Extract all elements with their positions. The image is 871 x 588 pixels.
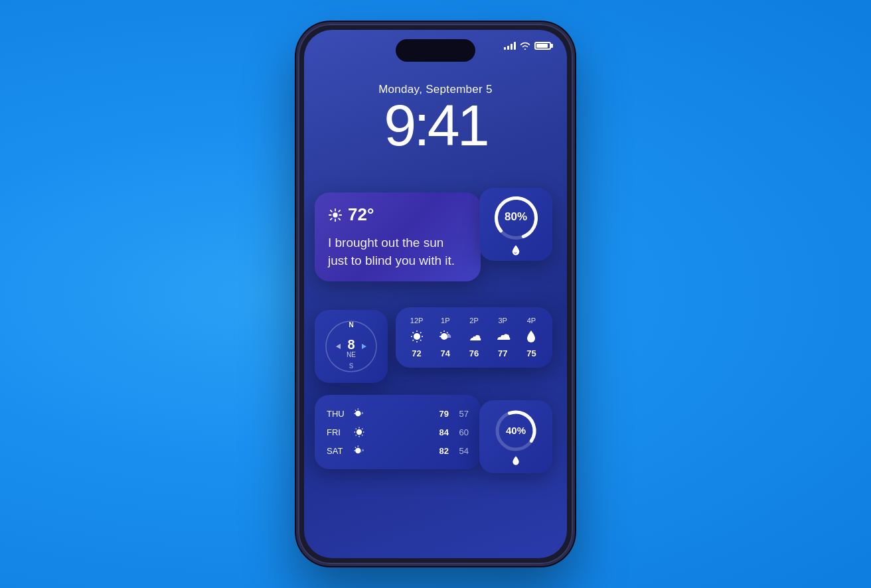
hourly-time-4: 4P <box>527 317 536 325</box>
humidity-drop-icon-small <box>511 455 521 466</box>
weekly-day-sat: SAT <box>327 446 347 456</box>
weekly-icon-sat <box>352 444 366 457</box>
weekly-low-thu: 57 <box>454 409 469 419</box>
phone-screen: Monday, September 5 9:41 72° <box>304 30 567 558</box>
humidity-ring: 80% <box>491 193 541 243</box>
weekly-icon-thu <box>352 407 366 420</box>
weekly-row-sat: SAT 82 54 <box>327 441 469 460</box>
svg-text:NE: NE <box>347 351 356 358</box>
widget-humidity-small[interactable]: 40% <box>479 400 552 473</box>
weekly-day-fri: FRI <box>327 427 347 437</box>
weekly-high-fri: 84 <box>434 427 449 437</box>
svg-line-44 <box>356 435 356 435</box>
hourly-temp-0: 72 <box>412 348 421 358</box>
hourly-time-2: 2P <box>469 317 478 325</box>
wifi-icon <box>520 42 530 50</box>
svg-line-26 <box>412 340 413 340</box>
phone-container: Monday, September 5 9:41 72° <box>296 22 575 566</box>
sun-icon <box>328 208 343 222</box>
svg-line-7 <box>339 210 340 211</box>
svg-point-0 <box>333 212 337 217</box>
weekly-row-thu: THU 79 57 <box>327 404 469 423</box>
svg-line-25 <box>420 332 421 333</box>
svg-line-48 <box>355 447 356 448</box>
humidity-percent-text: 80% <box>505 210 527 224</box>
hourly-icon-4 <box>523 329 539 344</box>
hourly-temp-4: 75 <box>526 348 536 358</box>
hourly-item-1: 1P 74 <box>432 317 458 358</box>
weekly-high-sat: 82 <box>434 446 449 456</box>
svg-line-30 <box>440 332 441 333</box>
widget-weekly[interactable]: THU 79 57 FRI <box>315 395 481 469</box>
lock-screen-time: 9:41 <box>304 96 567 155</box>
hourly-temp-2: 76 <box>469 348 479 358</box>
svg-line-5 <box>331 210 332 211</box>
svg-marker-14 <box>336 344 341 349</box>
svg-text:N: N <box>349 321 353 329</box>
hourly-item-3: 3P 77 <box>490 317 516 358</box>
svg-line-42 <box>362 435 362 435</box>
hourly-temp-1: 74 <box>441 348 450 358</box>
weekly-low-sat: 54 <box>454 446 469 456</box>
weekly-icon-fri <box>352 425 366 439</box>
humidity-ring-small: 40% <box>493 407 539 454</box>
svg-text:S: S <box>349 362 354 370</box>
svg-line-6 <box>339 218 340 220</box>
svg-marker-15 <box>362 344 366 349</box>
svg-line-24 <box>420 340 421 340</box>
svg-point-36 <box>356 429 362 435</box>
widget-hourly[interactable]: 12P 72 <box>396 307 552 368</box>
svg-line-23 <box>412 332 413 333</box>
hourly-icon-2 <box>466 329 482 344</box>
weekly-temps-thu: 79 57 <box>434 409 469 419</box>
hourly-temp-3: 77 <box>498 348 507 358</box>
hourly-icon-0 <box>409 329 425 344</box>
svg-line-31 <box>447 332 447 333</box>
widget-compass[interactable]: N S 8 NE <box>315 310 388 383</box>
weekly-day-thu: THU <box>327 409 347 419</box>
widget-humidity[interactable]: 80% <box>479 188 552 261</box>
weekly-temps-sat: 82 54 <box>434 446 469 456</box>
hourly-item-0: 12P 72 <box>404 317 430 358</box>
svg-line-43 <box>362 429 362 429</box>
svg-point-32 <box>355 411 360 416</box>
compass-graphic: N S 8 NE <box>323 318 380 375</box>
hourly-item-2: 2P 76 <box>461 317 487 358</box>
svg-text:8: 8 <box>347 337 355 352</box>
hourly-time-0: 12P <box>410 317 424 325</box>
temperature-display: 72° <box>348 204 374 225</box>
battery-icon <box>534 42 551 50</box>
dynamic-island <box>396 39 475 62</box>
weather-header: 72° <box>328 204 467 225</box>
hourly-time-1: 1P <box>441 317 449 325</box>
hourly-icon-3 <box>495 329 511 344</box>
svg-point-45 <box>355 448 360 453</box>
hourly-row: 12P 72 <box>404 317 544 358</box>
weekly-temps-fri: 84 60 <box>434 427 469 437</box>
widget-weather-large[interactable]: 72° I brought out the sun just to blind … <box>315 192 481 281</box>
signal-bars-icon <box>504 42 516 50</box>
weekly-low-fri: 60 <box>454 427 469 437</box>
svg-line-35 <box>355 410 356 411</box>
weekly-high-thu: 79 <box>434 409 449 419</box>
weather-quote: I brought out the sun just to blind you … <box>328 234 467 269</box>
hourly-time-3: 3P <box>498 317 507 325</box>
hourly-icon-1 <box>437 329 453 344</box>
svg-line-8 <box>331 218 332 220</box>
svg-line-41 <box>356 429 356 429</box>
humidity-percent-small: 40% <box>506 425 526 436</box>
weekly-row-fri: FRI 84 60 <box>327 423 469 441</box>
hourly-item-4: 4P 75 <box>518 317 544 358</box>
